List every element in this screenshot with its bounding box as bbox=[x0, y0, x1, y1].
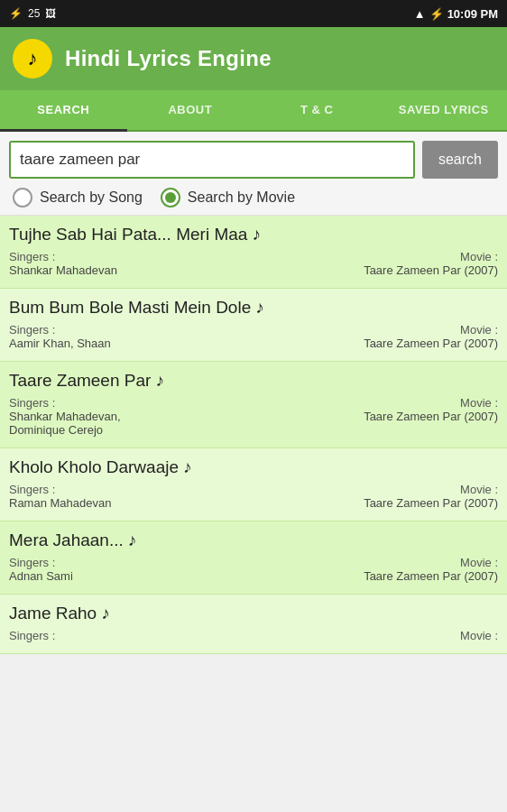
result-item-5[interactable]: Jame Raho ♪ Singers : Movie : bbox=[0, 595, 507, 654]
movie-label-2: Movie : bbox=[254, 396, 498, 410]
meta-right-1: Movie : Taare Zameen Par (2007) bbox=[254, 323, 498, 350]
search-area: search Search by Song Search by Movie bbox=[0, 132, 507, 216]
song-title-4: Mera Jahaan... ♪ bbox=[9, 531, 498, 550]
result-item-3[interactable]: Kholo Kholo Darwaaje ♪ Singers : Raman M… bbox=[0, 448, 507, 521]
tab-saved-lyrics[interactable]: SAVED LYRICS bbox=[381, 90, 508, 130]
tabs-bar: SEARCH ABOUT T & C SAVED LYRICS bbox=[0, 90, 507, 132]
radio-by-movie[interactable]: Search by Movie bbox=[161, 188, 295, 208]
song-title-0: Tujhe Sab Hai Pata... Meri Maa ♪ bbox=[9, 225, 498, 245]
image-icon: 🖼 bbox=[45, 7, 56, 20]
movie-name-3: Taare Zameen Par (2007) bbox=[254, 496, 498, 510]
singers-name-2: Shankar Mahadevan,Dominique Cerejo bbox=[9, 410, 254, 437]
singers-label-2: Singers : bbox=[9, 396, 254, 410]
radio-label-movie: Search by Movie bbox=[188, 189, 295, 206]
status-bar: ⚡ 25 🖼 ▲ ⚡ 10:09 PM bbox=[0, 0, 507, 27]
meta-right-4: Movie : Taare Zameen Par (2007) bbox=[254, 556, 498, 583]
radio-label-song: Search by Song bbox=[40, 189, 143, 206]
movie-name-2: Taare Zameen Par (2007) bbox=[254, 410, 498, 423]
results-list: Tujhe Sab Hai Pata... Meri Maa ♪ Singers… bbox=[0, 216, 507, 654]
search-row: search bbox=[9, 141, 498, 179]
meta-left-0: Singers : Shankar Mahadevan bbox=[9, 250, 254, 277]
meta-left-4: Singers : Adnan Sami bbox=[9, 556, 254, 583]
status-left-icons: ⚡ 25 🖼 bbox=[9, 7, 56, 20]
meta-right-3: Movie : Taare Zameen Par (2007) bbox=[254, 483, 498, 510]
song-meta-1: Singers : Aamir Khan, Shaan Movie : Taar… bbox=[9, 323, 498, 350]
singers-name-4: Adnan Sami bbox=[9, 569, 254, 583]
meta-left-2: Singers : Shankar Mahadevan,Dominique Ce… bbox=[9, 396, 254, 437]
song-title-2: Taare Zameen Par ♪ bbox=[9, 371, 498, 391]
meta-right-5: Movie : bbox=[254, 629, 498, 642]
meta-right-2: Movie : Taare Zameen Par (2007) bbox=[254, 396, 498, 423]
app-header: ♪ Hindi Lyrics Engine bbox=[0, 27, 507, 90]
movie-label-1: Movie : bbox=[254, 323, 498, 337]
singers-label-5: Singers : bbox=[9, 629, 254, 642]
search-input[interactable] bbox=[9, 141, 415, 179]
song-meta-5: Singers : Movie : bbox=[9, 629, 498, 642]
movie-name-1: Taare Zameen Par (2007) bbox=[254, 337, 498, 350]
result-item-1[interactable]: Bum Bum Bole Masti Mein Dole ♪ Singers :… bbox=[0, 289, 507, 362]
singers-name-3: Raman Mahadevan bbox=[9, 496, 254, 510]
song-title-3: Kholo Kholo Darwaaje ♪ bbox=[9, 457, 498, 477]
status-right-icons: ▲ ⚡ 10:09 PM bbox=[414, 7, 498, 21]
movie-label-3: Movie : bbox=[254, 483, 498, 496]
app-title: Hindi Lyrics Engine bbox=[65, 46, 272, 71]
movie-name-0: Taare Zameen Par (2007) bbox=[254, 263, 498, 277]
search-button[interactable]: search bbox=[422, 141, 498, 179]
meta-right-0: Movie : Taare Zameen Par (2007) bbox=[254, 250, 498, 277]
meta-left-5: Singers : bbox=[9, 629, 254, 642]
meta-left-1: Singers : Aamir Khan, Shaan bbox=[9, 323, 254, 350]
time-display: 10:09 PM bbox=[447, 7, 498, 21]
singers-label-0: Singers : bbox=[9, 250, 254, 263]
movie-label-5: Movie : bbox=[254, 629, 498, 642]
singers-label-1: Singers : bbox=[9, 323, 254, 337]
movie-label-4: Movie : bbox=[254, 556, 498, 569]
tab-tnc[interactable]: T & C bbox=[254, 90, 381, 130]
singers-name-0: Shankar Mahadevan bbox=[9, 263, 254, 277]
movie-label-0: Movie : bbox=[254, 250, 498, 263]
radio-by-song[interactable]: Search by Song bbox=[13, 188, 143, 208]
tab-about[interactable]: ABOUT bbox=[127, 90, 254, 130]
singers-label-4: Singers : bbox=[9, 556, 254, 569]
song-meta-3: Singers : Raman Mahadevan Movie : Taare … bbox=[9, 483, 498, 510]
logo-icon: ♪ bbox=[28, 47, 38, 70]
signal-icon: ▲ bbox=[414, 7, 426, 21]
meta-left-3: Singers : Raman Mahadevan bbox=[9, 483, 254, 510]
radio-circle-movie[interactable] bbox=[161, 188, 180, 208]
tab-search[interactable]: SEARCH bbox=[0, 90, 127, 132]
song-meta-4: Singers : Adnan Sami Movie : Taare Zamee… bbox=[9, 556, 498, 583]
movie-name-4: Taare Zameen Par (2007) bbox=[254, 569, 498, 583]
singers-label-3: Singers : bbox=[9, 483, 254, 496]
result-item-2[interactable]: Taare Zameen Par ♪ Singers : Shankar Mah… bbox=[0, 362, 507, 448]
result-item-4[interactable]: Mera Jahaan... ♪ Singers : Adnan Sami Mo… bbox=[0, 521, 507, 595]
radio-circle-song[interactable] bbox=[13, 188, 32, 208]
singers-name-1: Aamir Khan, Shaan bbox=[9, 337, 254, 350]
song-title-1: Bum Bum Bole Masti Mein Dole ♪ bbox=[9, 298, 498, 318]
battery-icon: ⚡ bbox=[429, 7, 444, 21]
usb-icon: ⚡ bbox=[9, 7, 23, 20]
song-meta-2: Singers : Shankar Mahadevan,Dominique Ce… bbox=[9, 396, 498, 437]
song-title-5: Jame Raho ♪ bbox=[9, 604, 498, 623]
result-item-0[interactable]: Tujhe Sab Hai Pata... Meri Maa ♪ Singers… bbox=[0, 216, 507, 289]
app-logo: ♪ bbox=[13, 39, 52, 78]
radio-options-row: Search by Song Search by Movie bbox=[9, 188, 498, 208]
notification-count: 25 bbox=[28, 7, 40, 20]
song-meta-0: Singers : Shankar Mahadevan Movie : Taar… bbox=[9, 250, 498, 277]
